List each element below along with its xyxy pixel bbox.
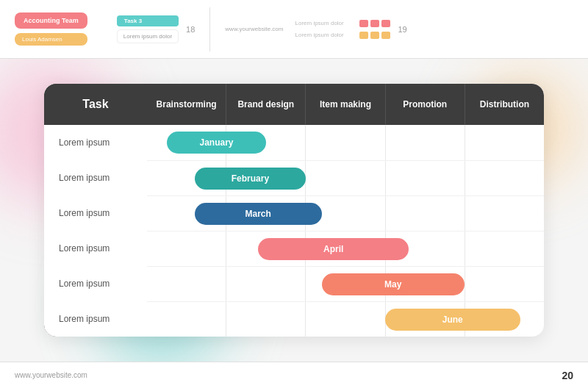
col-header-promotion: Promotion <box>385 84 465 125</box>
prev-blocks-row2 <box>359 32 390 39</box>
task-label-1: Lorem ipsum <box>59 137 110 148</box>
current-page-number: 20 <box>562 370 573 381</box>
task-row-1: Lorem ipsum <box>44 125 147 160</box>
gantt-row-2: February <box>147 160 544 195</box>
prev-table-row1: Lorem ipsum dolor <box>295 20 354 26</box>
task-label-4: Lorem ipsum <box>59 243 110 254</box>
slide-divider <box>209 7 210 51</box>
task-label-2: Lorem ipsum <box>59 173 110 183</box>
grid-line-1 <box>147 231 226 266</box>
bar-february: February <box>195 168 306 190</box>
grid-line-2 <box>226 267 305 301</box>
grid-line-4 <box>385 196 465 231</box>
task-row-2: Lorem ipsum <box>44 160 147 195</box>
task-row-6: Lorem ipsum <box>44 301 147 337</box>
task-row-4: Lorem ipsum <box>44 231 147 266</box>
prev-slide-left: Accounting Team Louis Adamsen Task 3 Lor… <box>15 12 195 46</box>
col-header-brainstorming: Brainstorming <box>147 84 226 125</box>
bottom-bar: www.yourwebsite.com 20 <box>0 362 588 388</box>
grid-line-5 <box>465 125 544 160</box>
prev-page-num-19: 19 <box>398 25 406 34</box>
grid-line-1 <box>147 267 226 301</box>
prev-slide-preview: Accounting Team Louis Adamsen Task 3 Lor… <box>0 0 588 59</box>
footer-url: www.yourwebsite.com <box>15 371 87 379</box>
prev-table-row2: Lorem ipsum dolor <box>295 32 354 38</box>
block-red-3 <box>381 20 390 27</box>
bar-june: June <box>385 309 520 331</box>
block-red-2 <box>370 20 379 27</box>
grid-line-1 <box>147 302 226 337</box>
task-row-5: Lorem ipsum <box>44 266 147 301</box>
prev-website-url: www.yourwebsite.com <box>225 26 283 32</box>
grid-line-4 <box>385 125 465 160</box>
grid-line-2 <box>226 302 305 337</box>
bar-may: May <box>322 273 465 295</box>
grid-line-4 <box>385 161 465 195</box>
bar-april: April <box>258 238 409 260</box>
gantt-rows: January February <box>147 125 544 337</box>
task-label-5: Lorem ipsum <box>59 279 110 289</box>
block-yellow-3 <box>381 32 390 39</box>
prev-task-desc: Lorem ipsum dolor <box>117 29 179 43</box>
task-row-3: Lorem ipsum <box>44 195 147 231</box>
main-content-area: Task Lorem ipsum Lorem ipsum Lorem ipsum… <box>0 59 588 362</box>
grid-line-3 <box>305 161 384 195</box>
gantt-row-4: April <box>147 231 544 266</box>
prev-page-num-18: 18 <box>186 25 195 34</box>
bar-january: January <box>167 132 266 154</box>
prev-slide-right: www.yourwebsite.com Lorem ipsum dolor Lo… <box>225 20 406 39</box>
col-header-item-making: Item making <box>305 84 384 125</box>
block-yellow-1 <box>359 32 368 39</box>
gantt-chart-card: Task Lorem ipsum Lorem ipsum Lorem ipsum… <box>44 84 544 337</box>
gantt-row-3: March <box>147 195 544 231</box>
prev-blocks-row1 <box>359 20 390 27</box>
grid-line-3 <box>305 302 384 337</box>
grid-line-3 <box>305 125 384 160</box>
task-label-3: Lorem ipsum <box>59 208 110 218</box>
task-column-header: Task <box>44 84 147 125</box>
grid-line-5 <box>465 267 544 301</box>
prev-accounting-sub: Louis Adamsen <box>15 33 87 46</box>
gantt-row-5: May <box>147 266 544 301</box>
prev-task-badge: Task 3 <box>117 15 179 26</box>
gantt-row-1: January <box>147 125 544 160</box>
grid-line-5 <box>465 231 544 266</box>
block-yellow-2 <box>370 32 379 39</box>
col-header-brand-design: Brand design <box>226 84 305 125</box>
col-header-distribution: Distribution <box>465 84 544 125</box>
grid-line-5 <box>465 161 544 195</box>
task-column: Task Lorem ipsum Lorem ipsum Lorem ipsum… <box>44 84 147 337</box>
task-label-6: Lorem ipsum <box>59 314 110 324</box>
grid-line-5 <box>465 196 544 231</box>
gantt-body: Brainstorming Brand design Item making P… <box>147 84 544 337</box>
gantt-row-6: June <box>147 301 544 337</box>
task-header-label: Task <box>82 98 108 111</box>
gantt-column-headers: Brainstorming Brand design Item making P… <box>147 84 544 125</box>
prev-accounting-card: Accounting Team <box>15 12 87 29</box>
block-red-1 <box>359 20 368 27</box>
bar-march: March <box>195 203 322 225</box>
